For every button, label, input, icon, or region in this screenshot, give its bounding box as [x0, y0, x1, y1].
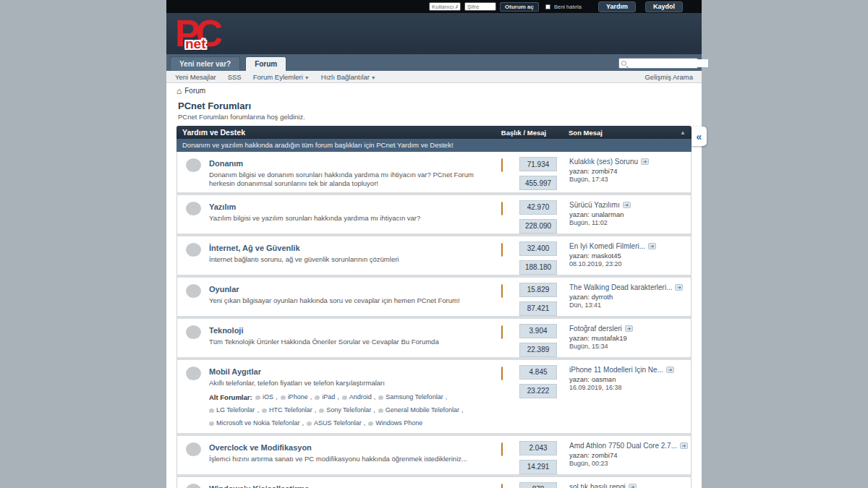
subforum-name[interactable]: Android	[349, 393, 372, 403]
subforum-item[interactable]: Android	[342, 393, 376, 403]
remember-checkbox[interactable]	[545, 4, 550, 9]
forum-info: Windows'u Kişiselleştirme Windows'un gör…	[209, 477, 501, 488]
last-post-title-link[interactable]: Sürücü Yazılımı	[569, 201, 620, 209]
last-post-author[interactable]: yazan: maskot45	[569, 252, 688, 260]
last-post-author[interactable]: yazan: zombi74	[569, 167, 688, 175]
login-button[interactable]: Oturum aç	[500, 2, 539, 12]
tab-forum[interactable]: Forum	[245, 56, 286, 71]
subforum-item[interactable]: Samsung Telefonlar	[378, 393, 447, 403]
subforum-item[interactable]: LG Telefonlar	[209, 406, 259, 416]
link-advanced-search[interactable]: Gelişmiş Arama	[644, 73, 693, 81]
last-post-author[interactable]: yazan: unalarman	[569, 210, 688, 218]
goto-last-post-icon[interactable]: ➜	[666, 367, 674, 373]
register-button[interactable]: Kaydol	[645, 1, 683, 12]
collapse-category-icon[interactable]: ▲	[676, 129, 686, 136]
tab-whats-new[interactable]: Yeni neler var?	[170, 56, 240, 71]
link-faq[interactable]: SSS	[228, 73, 242, 81]
goto-last-post-icon[interactable]: ➜	[623, 202, 631, 208]
last-message: sol tık basılı rengi ➜ yazan: Meliodas 0…	[559, 477, 691, 488]
home-icon[interactable]: ⌂	[176, 87, 182, 95]
subforum-item[interactable]: iPhone	[281, 393, 312, 403]
topic-count: 3.904	[519, 324, 557, 338]
category-title[interactable]: Yardım ve Destek	[182, 128, 488, 137]
last-post-author[interactable]: yazan: dyrroth	[569, 293, 688, 301]
forum-title-link[interactable]: Yazılım	[209, 202, 236, 211]
speech-bubble-icon	[186, 284, 201, 298]
pcnet-logo[interactable]: PC net	[175, 13, 255, 54]
goto-last-post-icon[interactable]: ➜	[641, 158, 649, 165]
sidebar-toggle-icon[interactable]: «	[692, 127, 707, 146]
subforum-name[interactable]: iPad	[322, 393, 335, 403]
last-message: Amd Athlon 7750 Dual Core 2.7... ➜ yazan…	[559, 436, 691, 474]
last-post-title-link[interactable]: iPhone 11 Modelleri İçin Ne...	[569, 366, 663, 374]
last-post-title-link[interactable]: En İyi Komedi Filmleri...	[569, 242, 645, 250]
subforum-name[interactable]: iPhone	[288, 393, 308, 403]
subforum-item[interactable]: HTC Telefonlar	[262, 406, 316, 416]
subforums-label: Alt Forumlar:	[209, 393, 252, 401]
subforum-item[interactable]: General Mobile Telefonlar	[378, 406, 464, 416]
remember-label: Beni hatırla	[554, 4, 582, 10]
forum-title-link[interactable]: Teknoloji	[209, 326, 243, 335]
old-posts-folder-icon	[501, 202, 503, 215]
search-box[interactable]	[618, 58, 698, 69]
goto-last-post-icon[interactable]: ➜	[675, 284, 683, 291]
last-post-title-link[interactable]: Amd Athlon 7750 Dual Core 2.7...	[569, 442, 677, 450]
logo-sub-text: net	[185, 36, 206, 52]
last-post-title-link[interactable]: sol tık basılı rengi	[569, 483, 626, 488]
search-input[interactable]	[629, 59, 708, 67]
subforum-name[interactable]: ASUS Telefonlar	[314, 419, 362, 429]
forum-title-link[interactable]: Donanım	[209, 159, 243, 168]
site-header: PC net	[166, 13, 702, 54]
goto-last-post-icon[interactable]: ➜	[648, 243, 656, 249]
last-post-author[interactable]: yazan: mustafak19	[569, 334, 688, 342]
password-input[interactable]	[464, 2, 496, 11]
forum-rows: Donanım Donanım bilgisi ve donanım sorun…	[176, 152, 692, 488]
menu-forum-actions[interactable]: Forum Eylemleri▼	[253, 73, 310, 81]
username-input[interactable]	[429, 2, 461, 11]
forum-description: Yeni çıkan bilgisayar oyunları hakkında …	[209, 296, 484, 305]
subforum-item[interactable]: Microsoft ve Nokia Telefonlar	[209, 419, 304, 429]
forum-title-link[interactable]: Overclock ve Modifikasyon	[209, 443, 312, 452]
subforum-name[interactable]: General Mobile Telefonlar	[386, 406, 459, 416]
subforum-name[interactable]: Samsung Telefonlar	[386, 393, 443, 403]
subforum-name[interactable]: HTC Telefonlar	[269, 406, 312, 416]
menu-quick-links[interactable]: Hızlı Bağlantılar▼	[321, 73, 376, 81]
forum-title-link[interactable]: Windows'u Kişiselleştirme	[209, 484, 309, 488]
subforum-name[interactable]: iOS	[263, 393, 273, 403]
page-subtitle: PCnet Forumları forumlarına hoş geldiniz…	[178, 113, 690, 121]
forum-title-link[interactable]: İnternet, Ağ ve Güvenlik	[209, 244, 300, 252]
forum-info: Overclock ve Modifikasyon İşlemci hızını…	[209, 436, 501, 474]
goto-last-post-icon[interactable]: ➜	[625, 325, 633, 332]
subforum-item[interactable]: iOS	[255, 393, 278, 403]
subforum-item[interactable]: Sony Telefonlar	[319, 406, 375, 416]
subforum-item[interactable]: ASUS Telefonlar	[307, 419, 365, 429]
message-count: 87.421	[519, 301, 557, 316]
menu-quick-links-label: Hızlı Bağlantılar	[321, 73, 370, 81]
last-post-author[interactable]: yazan: zombi74	[569, 451, 688, 459]
link-new-messages[interactable]: Yeni Mesajlar	[175, 73, 216, 81]
quick-nav-bar: Yeni Mesajlar SSS Forum Eylemleri▼ Hızlı…	[166, 71, 702, 83]
goto-last-post-icon[interactable]: ➜	[629, 484, 637, 488]
last-post-title-link[interactable]: Fotoğraf dersleri	[569, 325, 622, 333]
forum-status-column	[177, 319, 209, 357]
subforum-item[interactable]: Windows Phone	[368, 419, 422, 429]
forum-title-link[interactable]: Oyunlar	[209, 285, 239, 294]
subforum-name[interactable]: Windows Phone	[375, 419, 422, 429]
forum-status-column	[177, 360, 209, 433]
help-button[interactable]: Yardım	[598, 1, 636, 12]
last-post-title-link[interactable]: Kulaklık (ses) Sorunu	[569, 158, 638, 166]
subforum-name[interactable]: Microsoft ve Nokia Telefonlar	[216, 419, 299, 429]
last-post-author[interactable]: yazan: oasman	[569, 375, 688, 383]
last-message: En İyi Komedi Filmleri... ➜ yazan: masko…	[559, 236, 691, 275]
column-header-topics: Başlık / Mesaj	[488, 129, 560, 137]
old-posts-folder-icon	[501, 484, 503, 488]
subforum-name[interactable]: Sony Telefonlar	[326, 406, 371, 416]
subforum-name[interactable]: LG Telefonlar	[216, 406, 255, 416]
subforum-item[interactable]: iPad	[315, 393, 339, 403]
forum-status-column	[177, 477, 209, 488]
forum-title-link[interactable]: Mobil Aygıtlar	[209, 367, 261, 376]
forum-stats: 3.904 22.389	[517, 319, 559, 357]
breadcrumb-forum[interactable]: Forum	[184, 87, 205, 95]
last-post-title-link[interactable]: The Walking Dead karakterleri...	[569, 283, 672, 291]
goto-last-post-icon[interactable]: ➜	[680, 442, 688, 449]
